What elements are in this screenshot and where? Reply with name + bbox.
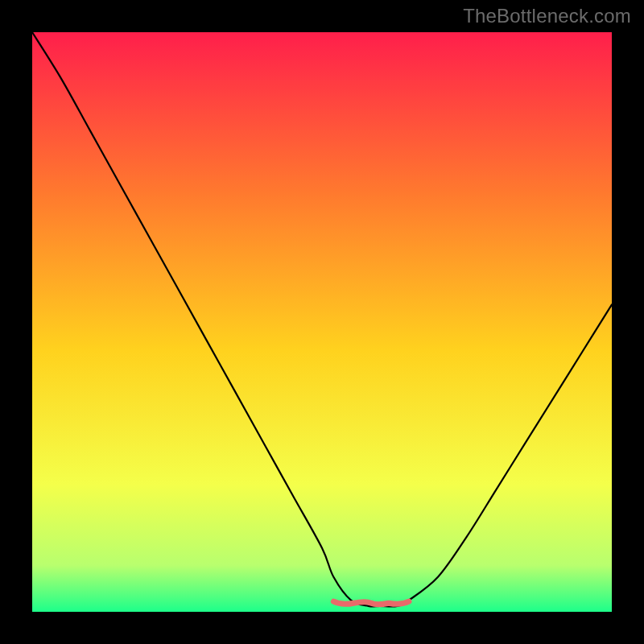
chart-stage: TheBottleneck.com (0, 0, 644, 644)
optimal-zone-marker (333, 601, 409, 605)
plot-area (32, 32, 612, 612)
watermark-text: TheBottleneck.com (463, 5, 631, 27)
gradient-background (32, 32, 612, 612)
chart-svg (32, 32, 612, 612)
